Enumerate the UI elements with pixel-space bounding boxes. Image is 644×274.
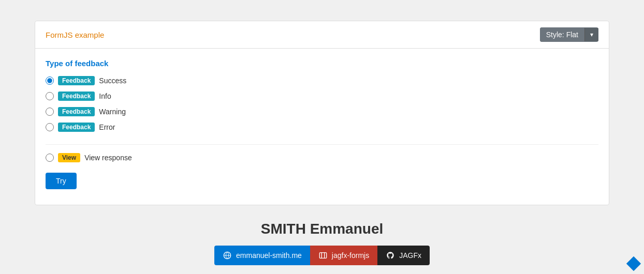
- github-icon: [386, 251, 395, 260]
- divider: [46, 144, 598, 145]
- feedback-option-info[interactable]: FeedbackInfo: [46, 92, 598, 101]
- card-title: FormJS example: [46, 31, 104, 39]
- radio-label-success: Success: [99, 77, 126, 85]
- style-dropdown-button[interactable]: Style: Flat ▾: [540, 27, 598, 42]
- view-response-label: View response: [84, 154, 132, 162]
- svg-rect-1: [319, 253, 326, 258]
- repo-link[interactable]: jagfx-formjs: [310, 246, 377, 265]
- website-link-label: emmanuel-smith.me: [236, 251, 302, 260]
- feedback-badge-success: Feedback: [58, 76, 95, 85]
- radio-error[interactable]: [46, 123, 54, 131]
- radio-info[interactable]: [46, 92, 54, 100]
- radio-warning[interactable]: [46, 108, 54, 116]
- author-links: emmanuel-smith.mejagfx-formjsJAGFx: [214, 246, 430, 265]
- feedback-badge-warning: Feedback: [58, 107, 95, 116]
- view-response-radio[interactable]: [46, 154, 54, 162]
- style-dropdown-label: Style: Flat: [540, 27, 584, 42]
- radio-success[interactable]: [46, 77, 54, 85]
- feedback-option-error[interactable]: FeedbackError: [46, 123, 598, 132]
- author-name: SMITH Emmanuel: [261, 221, 383, 237]
- section-title: Type of feedback: [46, 59, 598, 68]
- card-body: Type of feedback FeedbackSuccessFeedback…: [35, 49, 609, 205]
- globe-icon: [223, 251, 232, 260]
- jagfx-link[interactable]: JAGFx: [377, 246, 430, 265]
- chevron-down-icon: ▾: [584, 28, 598, 41]
- main-card: FormJS example Style: Flat ▾ Type of fee…: [35, 21, 609, 205]
- footer-diamond-icon: [626, 256, 641, 271]
- radio-label-info: Info: [99, 92, 111, 100]
- view-badge: View: [58, 153, 80, 162]
- view-response-option[interactable]: View View response: [46, 153, 598, 162]
- feedback-option-warning[interactable]: FeedbackWarning: [46, 107, 598, 116]
- radio-label-error: Error: [99, 123, 115, 131]
- feedback-badge-error: Feedback: [58, 123, 95, 132]
- jagfx-link-label: JAGFx: [399, 251, 421, 260]
- feedback-option-success[interactable]: FeedbackSuccess: [46, 76, 598, 85]
- card-header: FormJS example Style: Flat ▾: [35, 21, 609, 49]
- repo-icon: [318, 251, 328, 260]
- repo-link-label: jagfx-formjs: [332, 251, 369, 260]
- radio-label-warning: Warning: [99, 108, 126, 116]
- feedback-radio-group: FeedbackSuccessFeedbackInfoFeedbackWarni…: [46, 76, 598, 132]
- website-link[interactable]: emmanuel-smith.me: [214, 246, 310, 265]
- try-button[interactable]: Try: [46, 173, 77, 189]
- feedback-badge-info: Feedback: [58, 92, 95, 101]
